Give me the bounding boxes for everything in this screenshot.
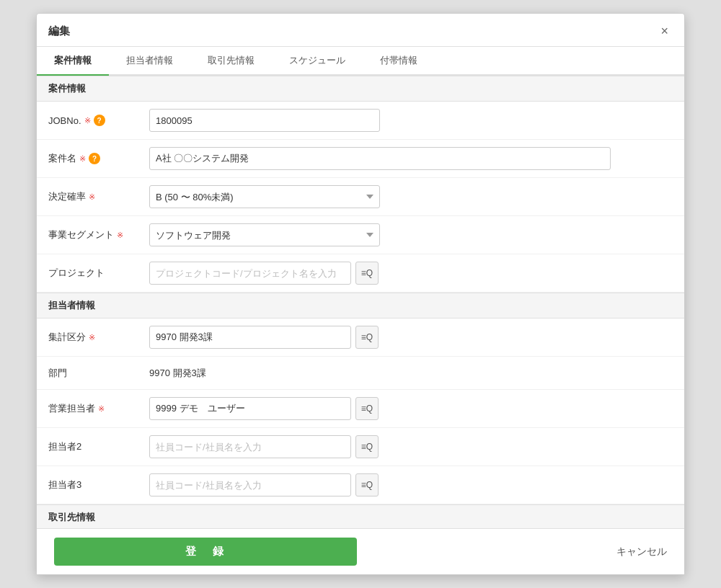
tab-bar: 案件情報 担当者情報 取引先情報 スケジュール 付帯情報: [37, 47, 684, 76]
form-row-person2: 担当者2 ≡Q: [37, 428, 684, 466]
dept-value: 9970 開発3課: [149, 367, 206, 380]
form-row-aggregate: 集計区分 ※ ≡Q: [37, 318, 684, 357]
sales-person-search-button[interactable]: ≡Q: [355, 397, 379, 420]
register-button[interactable]: 登 録: [54, 538, 357, 566]
job-no-control: [149, 109, 673, 132]
aggregate-search-button[interactable]: ≡Q: [355, 326, 379, 349]
person3-label: 担当者3: [48, 478, 149, 491]
aggregate-required: ※: [89, 333, 95, 342]
person3-search-button[interactable]: ≡Q: [355, 473, 379, 496]
tab-case-info[interactable]: 案件情報: [37, 47, 109, 76]
dept-control: 9970 開発3課: [149, 367, 673, 380]
form-row-dept: 部門 9970 開発3課: [37, 357, 684, 390]
job-no-help-icon[interactable]: ?: [94, 115, 105, 126]
section-client-info-header: 取引先情報: [37, 504, 684, 528]
business-segment-label: 事業セグメント ※: [48, 228, 149, 241]
close-button[interactable]: ×: [656, 22, 673, 40]
modal-footer: 登 録 キャンセル: [37, 528, 684, 574]
aggregate-label: 集計区分 ※: [48, 331, 149, 344]
form-row-project: プロジェクト ≡Q: [37, 254, 684, 293]
tab-schedule[interactable]: スケジュール: [272, 47, 363, 76]
sales-person-input[interactable]: [149, 397, 351, 420]
modal-header: 編集 ×: [37, 14, 684, 47]
person3-input[interactable]: [149, 473, 351, 496]
person2-input[interactable]: [149, 435, 351, 458]
tab-extra-info[interactable]: 付帯情報: [363, 47, 435, 76]
case-name-label: 案件名 ※ ?: [48, 152, 149, 165]
project-input[interactable]: [149, 262, 351, 285]
project-control: ≡Q: [149, 262, 673, 285]
aggregate-input[interactable]: [149, 326, 351, 349]
case-name-required: ※: [79, 154, 86, 164]
tab-client-info[interactable]: 取引先情報: [190, 47, 272, 76]
decision-rate-control: B (50 〜 80%未満) A (80%以上) C (30 〜 50%未満) …: [149, 185, 673, 208]
job-no-required: ※: [84, 116, 91, 125]
section-case-info: 案件情報 JOBNo. ※ ? 案件名 ※: [37, 76, 684, 293]
modal-body: 案件情報 JOBNo. ※ ? 案件名 ※: [37, 76, 684, 528]
business-segment-control: ソフトウェア開発 システム構築 コンサルティング: [149, 223, 673, 246]
job-no-label: JOBNo. ※ ?: [48, 115, 149, 126]
project-search-button[interactable]: ≡Q: [355, 262, 379, 285]
sales-person-control: ≡Q: [149, 397, 673, 420]
case-name-control: [149, 147, 673, 170]
form-row-sales-person: 営業担当者 ※ ≡Q: [37, 390, 684, 428]
case-name-help-icon[interactable]: ?: [89, 153, 100, 164]
job-no-input[interactable]: [149, 109, 380, 132]
form-row-decision-rate: 決定確率 ※ B (50 〜 80%未満) A (80%以上) C (30 〜 …: [37, 178, 684, 216]
form-row-case-name: 案件名 ※ ?: [37, 140, 684, 178]
modal-dialog: 編集 × 案件情報 担当者情報 取引先情報 スケジュール 付帯情報 案件情報 J…: [36, 13, 685, 575]
decision-rate-label: 決定確率 ※: [48, 190, 149, 203]
aggregate-control: ≡Q: [149, 326, 673, 349]
form-row-person3: 担当者3 ≡Q: [37, 466, 684, 504]
dept-label: 部門: [48, 367, 149, 380]
person2-control: ≡Q: [149, 435, 673, 458]
project-label: プロジェクト: [48, 267, 149, 280]
modal-title: 編集: [48, 24, 70, 38]
form-row-business-segment: 事業セグメント ※ ソフトウェア開発 システム構築 コンサルティング: [37, 216, 684, 254]
person2-label: 担当者2: [48, 440, 149, 453]
cancel-button[interactable]: キャンセル: [616, 545, 667, 558]
section-person-info-header: 担当者情報: [37, 293, 684, 318]
case-name-input[interactable]: [149, 147, 611, 170]
sales-person-required: ※: [98, 404, 105, 414]
business-segment-select[interactable]: ソフトウェア開発 システム構築 コンサルティング: [149, 223, 380, 246]
person3-control: ≡Q: [149, 473, 673, 496]
section-person-info: 担当者情報 集計区分 ※ ≡Q 部門: [37, 293, 684, 504]
form-row-job-no: JOBNo. ※ ?: [37, 102, 684, 140]
sales-person-label: 営業担当者 ※: [48, 402, 149, 415]
business-segment-required: ※: [117, 231, 123, 240]
decision-rate-required: ※: [89, 192, 95, 202]
person2-search-button[interactable]: ≡Q: [355, 435, 379, 458]
section-case-info-header: 案件情報: [37, 76, 684, 102]
decision-rate-select[interactable]: B (50 〜 80%未満) A (80%以上) C (30 〜 50%未満) …: [149, 185, 380, 208]
modal-overlay: 編集 × 案件情報 担当者情報 取引先情報 スケジュール 付帯情報 案件情報 J…: [0, 0, 721, 588]
section-client-info: 取引先情報 得意先 ※ ≡Q 仮登録 ?: [37, 504, 684, 528]
tab-person-info[interactable]: 担当者情報: [109, 47, 190, 76]
